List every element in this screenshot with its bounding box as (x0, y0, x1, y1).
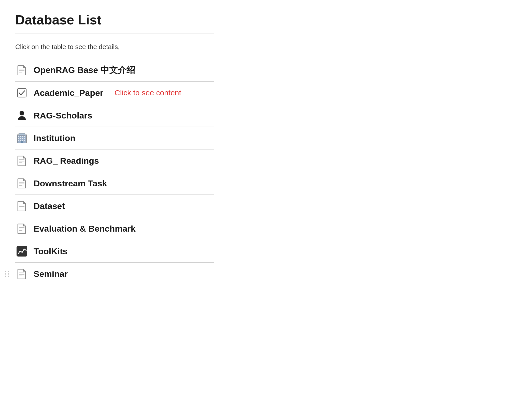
item-label: Academic_Paper (34, 88, 103, 98)
page-title: Database List (15, 12, 214, 27)
person-icon (15, 109, 29, 122)
list-item-openrag-base[interactable]: OpenRAG Base 中文介绍 (15, 59, 214, 82)
svg-rect-10 (24, 136, 25, 137)
title-divider (15, 34, 214, 34)
svg-rect-18 (24, 140, 25, 141)
item-label: RAG_ Readings (34, 156, 99, 166)
doc-icon (15, 267, 29, 280)
subtitle: Click on the table to see the details, (15, 43, 214, 51)
list-item-rag-scholars[interactable]: RAG-Scholars (15, 104, 214, 127)
svg-rect-14 (24, 138, 25, 139)
svg-rect-15 (18, 140, 19, 141)
svg-rect-32 (17, 246, 27, 257)
doc-icon (15, 199, 29, 213)
svg-point-4 (20, 111, 24, 115)
list-item-seminar[interactable]: Seminar (15, 263, 214, 285)
list-item-toolkits[interactable]: ToolKits (15, 240, 214, 263)
list-item-downstream-task[interactable]: Downstream Task (15, 172, 214, 195)
item-label: Dataset (34, 201, 65, 211)
doc-icon (15, 64, 29, 77)
chart-icon (15, 245, 29, 258)
item-label: Evaluation & Benchmark (34, 224, 136, 234)
list-item-dataset[interactable]: Dataset (15, 195, 214, 217)
svg-rect-9 (22, 136, 23, 137)
item-label: RAG-Scholars (34, 111, 92, 121)
database-list: OpenRAG Base 中文介绍 Academic_PaperClick to… (15, 59, 214, 285)
drag-handle[interactable] (5, 271, 9, 277)
list-item-academic-paper[interactable]: Academic_PaperClick to see content (15, 82, 214, 104)
svg-rect-12 (20, 138, 21, 139)
doc-icon (15, 222, 29, 235)
svg-rect-13 (22, 138, 23, 139)
item-label: OpenRAG Base 中文介绍 (34, 64, 135, 76)
checkbox-icon (15, 86, 29, 99)
svg-rect-6 (19, 133, 25, 135)
svg-rect-19 (21, 141, 23, 143)
list-item-rag-readings[interactable]: RAG_ Readings (15, 149, 214, 172)
item-label: Institution (34, 133, 75, 143)
svg-rect-8 (20, 136, 21, 137)
item-label: Seminar (34, 269, 68, 279)
list-item-institution[interactable]: Institution (15, 127, 214, 149)
doc-icon (15, 177, 29, 190)
item-label: Downstream Task (34, 178, 107, 188)
building-icon (15, 131, 29, 145)
doc-icon (15, 154, 29, 167)
svg-rect-11 (18, 138, 19, 139)
svg-rect-7 (18, 136, 19, 137)
item-label: ToolKits (34, 246, 67, 256)
list-item-evaluation-benchmark[interactable]: Evaluation & Benchmark (15, 217, 214, 240)
click-hint: Click to see content (115, 88, 181, 97)
